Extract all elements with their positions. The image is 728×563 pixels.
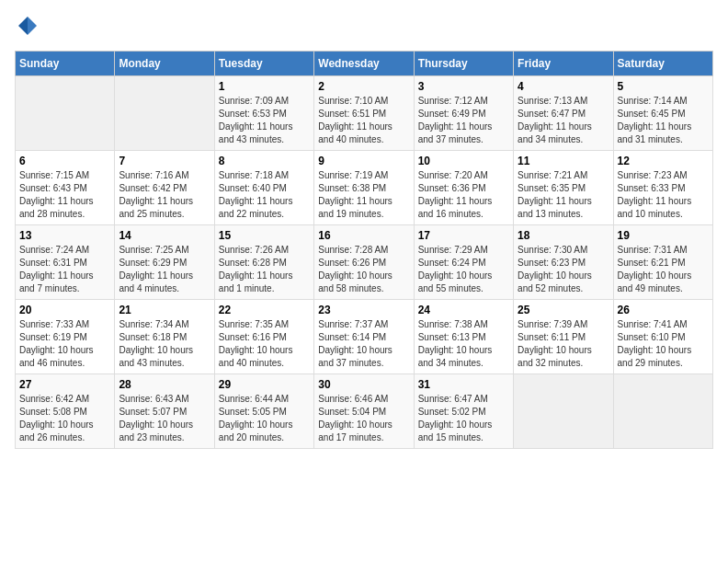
calendar-cell: 22 Sunrise: 7:35 AMSunset: 6:16 PMDaylig… [214, 300, 313, 374]
calendar-cell: 8 Sunrise: 7:18 AMSunset: 6:40 PMDayligh… [214, 151, 313, 225]
day-number: 29 [219, 378, 310, 391]
calendar-cell: 29 Sunrise: 6:44 AMSunset: 5:05 PMDaylig… [214, 374, 313, 449]
day-number: 10 [418, 155, 509, 167]
day-number: 26 [618, 304, 709, 316]
day-number: 24 [418, 304, 509, 316]
day-header-thursday: Thursday [414, 52, 513, 76]
day-header-sunday: Sunday [16, 52, 115, 76]
day-number: 3 [418, 80, 509, 93]
calendar-cell: 10 Sunrise: 7:20 AMSunset: 6:36 PMDaylig… [414, 151, 513, 225]
calendar-table: SundayMondayTuesdayWednesdayThursdayFrid… [15, 51, 713, 449]
calendar-cell: 28 Sunrise: 6:43 AMSunset: 5:07 PMDaylig… [115, 374, 214, 449]
svg-marker-1 [18, 17, 28, 35]
day-number: 18 [518, 229, 609, 242]
day-info: Sunrise: 7:12 AMSunset: 6:49 PMDaylight:… [418, 95, 509, 146]
day-info: Sunrise: 7:28 AMSunset: 6:26 PMDaylight:… [318, 244, 409, 295]
day-info: Sunrise: 7:41 AMSunset: 6:10 PMDaylight:… [618, 318, 709, 370]
calendar-cell: 9 Sunrise: 7:19 AMSunset: 6:38 PMDayligh… [314, 151, 414, 225]
calendar-cell: 31 Sunrise: 6:47 AMSunset: 5:02 PMDaylig… [414, 374, 513, 449]
day-info: Sunrise: 7:10 AMSunset: 6:51 PMDaylight:… [318, 95, 409, 146]
calendar-cell [16, 76, 115, 151]
day-info: Sunrise: 7:21 AMSunset: 6:35 PMDaylight:… [518, 169, 609, 221]
calendar-cell [115, 76, 214, 151]
calendar-cell: 4 Sunrise: 7:13 AMSunset: 6:47 PMDayligh… [514, 76, 613, 151]
day-info: Sunrise: 7:23 AMSunset: 6:33 PMDaylight:… [618, 169, 709, 221]
calendar-cell: 25 Sunrise: 7:39 AMSunset: 6:11 PMDaylig… [514, 300, 613, 374]
day-info: Sunrise: 7:30 AMSunset: 6:23 PMDaylight:… [518, 244, 609, 295]
calendar-cell: 17 Sunrise: 7:29 AMSunset: 6:24 PMDaylig… [414, 225, 513, 300]
day-number: 5 [618, 80, 709, 93]
week-row-2: 6 Sunrise: 7:15 AMSunset: 6:43 PMDayligh… [16, 151, 713, 225]
day-number: 4 [518, 80, 609, 93]
calendar-cell: 6 Sunrise: 7:15 AMSunset: 6:43 PMDayligh… [16, 151, 115, 225]
day-number: 12 [618, 155, 709, 167]
day-header-monday: Monday [115, 52, 214, 76]
logo-icon [17, 15, 39, 37]
day-number: 6 [19, 155, 110, 167]
calendar-cell: 14 Sunrise: 7:25 AMSunset: 6:29 PMDaylig… [115, 225, 214, 300]
day-info: Sunrise: 7:38 AMSunset: 6:13 PMDaylight:… [418, 318, 509, 370]
day-info: Sunrise: 7:09 AMSunset: 6:53 PMDaylight:… [219, 95, 310, 146]
calendar-cell: 3 Sunrise: 7:12 AMSunset: 6:49 PMDayligh… [414, 76, 513, 151]
day-number: 17 [418, 229, 509, 242]
day-header-wednesday: Wednesday [314, 52, 414, 76]
day-header-friday: Friday [514, 52, 613, 76]
day-number: 14 [119, 229, 210, 242]
day-number: 28 [119, 378, 210, 391]
day-number: 25 [518, 304, 609, 316]
svg-marker-0 [28, 17, 37, 35]
day-info: Sunrise: 7:18 AMSunset: 6:40 PMDaylight:… [219, 169, 310, 221]
day-info: Sunrise: 6:43 AMSunset: 5:07 PMDaylight:… [119, 393, 210, 444]
calendar-cell [514, 374, 613, 449]
day-number: 19 [618, 229, 709, 242]
day-number: 23 [318, 304, 409, 316]
calendar-cell: 27 Sunrise: 6:42 AMSunset: 5:08 PMDaylig… [16, 374, 115, 449]
calendar-cell: 5 Sunrise: 7:14 AMSunset: 6:45 PMDayligh… [613, 76, 712, 151]
calendar-cell: 20 Sunrise: 7:33 AMSunset: 6:19 PMDaylig… [16, 300, 115, 374]
calendar-cell: 19 Sunrise: 7:31 AMSunset: 6:21 PMDaylig… [613, 225, 712, 300]
day-number: 27 [19, 378, 110, 391]
day-header-tuesday: Tuesday [214, 52, 313, 76]
calendar-cell: 24 Sunrise: 7:38 AMSunset: 6:13 PMDaylig… [414, 300, 513, 374]
day-info: Sunrise: 6:47 AMSunset: 5:02 PMDaylight:… [418, 393, 509, 444]
day-info: Sunrise: 7:19 AMSunset: 6:38 PMDaylight:… [318, 169, 409, 221]
day-info: Sunrise: 7:39 AMSunset: 6:11 PMDaylight:… [518, 318, 609, 370]
day-info: Sunrise: 7:31 AMSunset: 6:21 PMDaylight:… [618, 244, 709, 295]
calendar-cell: 15 Sunrise: 7:26 AMSunset: 6:28 PMDaylig… [214, 225, 313, 300]
day-info: Sunrise: 7:26 AMSunset: 6:28 PMDaylight:… [219, 244, 310, 295]
day-info: Sunrise: 6:46 AMSunset: 5:04 PMDaylight:… [318, 393, 409, 444]
week-row-5: 27 Sunrise: 6:42 AMSunset: 5:08 PMDaylig… [16, 374, 713, 449]
day-info: Sunrise: 7:15 AMSunset: 6:43 PMDaylight:… [19, 169, 110, 221]
day-info: Sunrise: 6:42 AMSunset: 5:08 PMDaylight:… [19, 393, 110, 444]
day-info: Sunrise: 7:33 AMSunset: 6:19 PMDaylight:… [19, 318, 110, 370]
calendar-cell: 30 Sunrise: 6:46 AMSunset: 5:04 PMDaylig… [314, 374, 414, 449]
day-number: 2 [318, 80, 409, 93]
day-info: Sunrise: 6:44 AMSunset: 5:05 PMDaylight:… [219, 393, 310, 444]
calendar-cell: 11 Sunrise: 7:21 AMSunset: 6:35 PMDaylig… [514, 151, 613, 225]
day-number: 8 [219, 155, 310, 167]
day-number: 31 [418, 378, 509, 391]
day-header-saturday: Saturday [613, 52, 712, 76]
day-info: Sunrise: 7:24 AMSunset: 6:31 PMDaylight:… [19, 244, 110, 295]
day-info: Sunrise: 7:16 AMSunset: 6:42 PMDaylight:… [119, 169, 210, 221]
header [15, 15, 713, 41]
day-info: Sunrise: 7:35 AMSunset: 6:16 PMDaylight:… [219, 318, 310, 370]
day-info: Sunrise: 7:20 AMSunset: 6:36 PMDaylight:… [418, 169, 509, 221]
day-info: Sunrise: 7:14 AMSunset: 6:45 PMDaylight:… [618, 95, 709, 146]
calendar-cell: 12 Sunrise: 7:23 AMSunset: 6:33 PMDaylig… [613, 151, 712, 225]
day-number: 16 [318, 229, 409, 242]
day-number: 21 [119, 304, 210, 316]
day-number: 30 [318, 378, 409, 391]
day-info: Sunrise: 7:34 AMSunset: 6:18 PMDaylight:… [119, 318, 210, 370]
week-row-3: 13 Sunrise: 7:24 AMSunset: 6:31 PMDaylig… [16, 225, 713, 300]
week-row-4: 20 Sunrise: 7:33 AMSunset: 6:19 PMDaylig… [16, 300, 713, 374]
day-number: 11 [518, 155, 609, 167]
day-info: Sunrise: 7:37 AMSunset: 6:14 PMDaylight:… [318, 318, 409, 370]
day-number: 15 [219, 229, 310, 242]
calendar-cell: 26 Sunrise: 7:41 AMSunset: 6:10 PMDaylig… [613, 300, 712, 374]
day-info: Sunrise: 7:13 AMSunset: 6:47 PMDaylight:… [518, 95, 609, 146]
day-info: Sunrise: 7:25 AMSunset: 6:29 PMDaylight:… [119, 244, 210, 295]
calendar-cell: 23 Sunrise: 7:37 AMSunset: 6:14 PMDaylig… [314, 300, 414, 374]
day-number: 9 [318, 155, 409, 167]
calendar-cell: 7 Sunrise: 7:16 AMSunset: 6:42 PMDayligh… [115, 151, 214, 225]
